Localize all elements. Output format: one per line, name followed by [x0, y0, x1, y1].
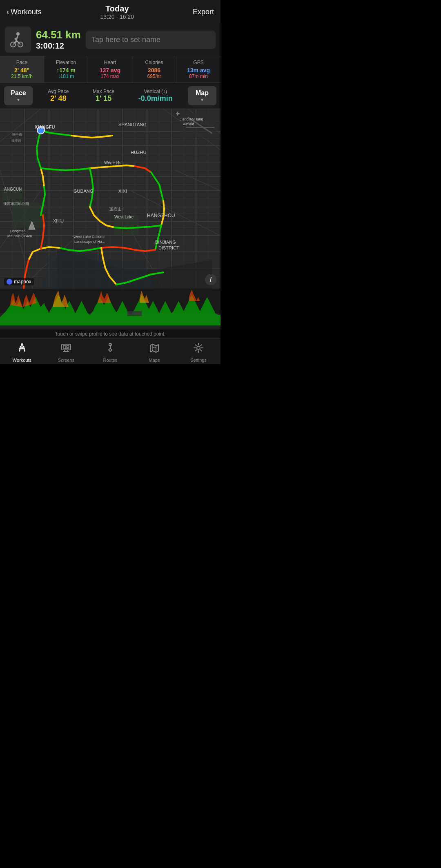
calories-label: Calories — [134, 60, 174, 65]
profile-hint-text: Touch or swipe profile to see data at to… — [55, 331, 166, 337]
svg-text:HUZHU: HUZHU — [131, 150, 147, 155]
maps-icon — [149, 342, 160, 356]
svg-text:Jianqiao/Hang: Jianqiao/Hang — [180, 117, 203, 121]
svg-text:ANGCUN: ANGCUN — [4, 187, 22, 191]
metric-elevation[interactable]: Elevation ↑174 m ↓181 m — [44, 56, 88, 82]
svg-rect-94 — [63, 345, 66, 349]
svg-text:Longmen: Longmen — [10, 229, 26, 233]
svg-text:振中路: 振中路 — [12, 133, 22, 136]
calories-value: 2086 — [134, 67, 174, 73]
profile-hint: Touch or swipe profile to see data at to… — [0, 329, 220, 338]
back-label: Workouts — [11, 8, 42, 16]
pace-stats: Avg Pace 2' 48 Max Pace 1' 15 Vertical (… — [36, 89, 185, 103]
pace-label: Pace — [2, 60, 42, 65]
map-container[interactable]: XIANGFU SHANGTANG HUZHU WenE Rd GUDANG X… — [0, 109, 220, 289]
back-button[interactable]: ‹ Workouts — [7, 8, 42, 16]
svg-text:WenE Rd: WenE Rd — [104, 160, 122, 165]
pace-bar: Pace ▼ Avg Pace 2' 48 Max Pace 1' 15 Ver… — [0, 83, 220, 109]
heart-max: 174 max — [90, 73, 130, 79]
header: ‹ Workouts Today 13:20 - 16:20 Export — [0, 0, 220, 23]
nav-item-workouts[interactable]: Workouts — [0, 342, 44, 363]
svg-text:Moutain (364m: Moutain (364m — [7, 234, 32, 238]
svg-text:漢国家湿地公园: 漢国家湿地公园 — [3, 202, 29, 206]
pace-btn-label: Pace — [11, 89, 26, 97]
nav-label-workouts: Workouts — [13, 358, 31, 363]
svg-text:DISTRICT: DISTRICT — [158, 245, 179, 250]
gps-avg: 13m avg — [178, 67, 219, 73]
svg-point-0 — [16, 32, 20, 36]
pace-btn-arrow: ▼ — [16, 98, 20, 102]
workout-type-icon — [5, 27, 31, 53]
mapbox-logo: mapbox — [4, 278, 34, 285]
pace-button[interactable]: Pace ▼ — [4, 86, 33, 105]
pace-value: 2' 48" — [2, 67, 42, 73]
nav-label-settings: Settings — [190, 358, 207, 363]
map-info-button[interactable]: i — [205, 274, 216, 285]
header-center: Today 13:20 - 16:20 — [100, 4, 134, 20]
bottom-nav: Workouts Screens Routes — [0, 338, 220, 364]
svg-text:XIHU: XIHU — [53, 218, 64, 223]
map-btn-arrow: ▼ — [200, 98, 204, 102]
elevation-down: ↓181 m — [46, 73, 86, 79]
pace-sub: 21.5 km/h — [2, 73, 42, 79]
header-subtitle: 13:20 - 16:20 — [100, 13, 134, 20]
workout-name-input[interactable]: Tap here to set name — [86, 31, 216, 49]
heart-avg: 137 avg — [90, 67, 130, 73]
profile-container[interactable] — [0, 289, 220, 329]
max-pace-value: 1' 15 — [93, 94, 114, 103]
svg-rect-91 — [127, 311, 142, 316]
nav-item-screens[interactable]: Screens — [44, 342, 88, 363]
distance-value: 64.51 km — [36, 29, 81, 41]
nav-label-screens: Screens — [58, 358, 74, 363]
stats-top-row: 64.51 km 3:00:12 Tap here to set name — [0, 23, 220, 56]
gps-min: 87m min — [178, 73, 219, 79]
svg-text:HANGZHOU: HANGZHOU — [147, 213, 175, 218]
map-button[interactable]: Map ▼ — [188, 86, 216, 105]
heart-label: Heart — [90, 60, 130, 65]
svg-point-92 — [21, 343, 23, 346]
routes-icon — [105, 342, 116, 356]
nav-label-maps: Maps — [149, 358, 160, 363]
distance-block: 64.51 km 3:00:12 — [36, 29, 81, 51]
avg-pace-label: Avg Pace — [48, 89, 69, 94]
svg-text:Airfield: Airfield — [183, 122, 194, 126]
workouts-icon — [16, 342, 28, 356]
max-pace-stat: Max Pace 1' 15 — [93, 89, 114, 103]
calories-rate: 695/hr — [134, 73, 174, 79]
metric-pace[interactable]: Pace 2' 48" 21.5 km/h — [0, 56, 44, 82]
svg-text:XIANGFU: XIANGFU — [35, 125, 55, 129]
metric-heart[interactable]: Heart 137 avg 174 max — [88, 56, 132, 82]
avg-pace-value: 2' 48 — [48, 94, 69, 103]
svg-text:West Lake Cultural: West Lake Cultural — [74, 235, 105, 239]
svg-text:SHANGTANG: SHANGTANG — [118, 122, 147, 127]
svg-text:GUDANG: GUDANG — [74, 189, 93, 194]
settings-icon — [193, 342, 204, 356]
svg-text:Landscape of Ha...: Landscape of Ha... — [74, 240, 105, 244]
vertical-value: -0.0m/min — [138, 94, 173, 103]
elevation-label: Elevation — [46, 60, 86, 65]
export-button[interactable]: Export — [193, 8, 214, 16]
back-chevron: ‹ — [7, 8, 9, 16]
nav-item-routes[interactable]: Routes — [88, 342, 132, 363]
vertical-stat: Vertical (↑) -0.0m/min — [138, 89, 173, 103]
svg-text:✈: ✈ — [176, 111, 180, 117]
header-title: Today — [100, 4, 134, 13]
nav-item-settings[interactable]: Settings — [176, 342, 220, 363]
vertical-label: Vertical (↑) — [138, 89, 173, 94]
gps-label: GPS — [178, 60, 219, 65]
svg-rect-96 — [67, 348, 69, 349]
svg-text:BINJIANG: BINJIANG — [155, 240, 176, 245]
svg-text:宝石山: 宝石山 — [109, 207, 122, 211]
metric-calories[interactable]: Calories 2086 695/hr — [132, 56, 176, 82]
map-btn-label: Map — [196, 89, 209, 97]
nav-item-maps[interactable]: Maps — [132, 342, 176, 363]
elevation-up: ↑174 m — [46, 67, 86, 73]
screens-icon — [60, 342, 72, 356]
svg-text:振华路: 振华路 — [11, 139, 21, 142]
mapbox-label: mapbox — [14, 279, 31, 285]
max-pace-label: Max Pace — [93, 89, 114, 94]
metric-gps[interactable]: GPS 13m avg 87m min — [176, 56, 220, 82]
svg-text:XIXI: XIXI — [118, 189, 127, 194]
metrics-grid: Pace 2' 48" 21.5 km/h Elevation ↑174 m ↓… — [0, 56, 220, 83]
duration-value: 3:00:12 — [36, 41, 81, 51]
